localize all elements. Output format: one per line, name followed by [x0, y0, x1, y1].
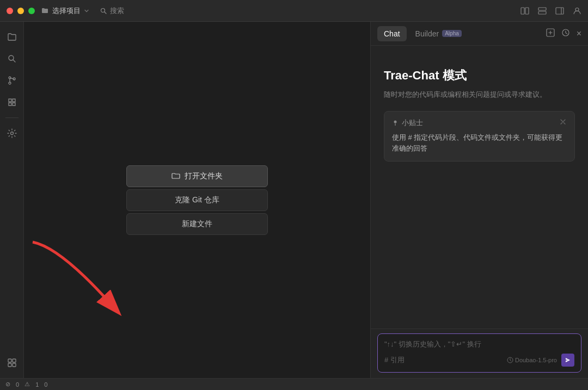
svg-rect-15 [8, 359, 11, 362]
folder-open-icon [171, 172, 180, 181]
svg-point-12 [9, 82, 11, 84]
chat-input-footer: # 引用 Doubao-1.5-pro [384, 354, 574, 367]
project-selector[interactable]: 选择项目 [41, 6, 89, 16]
titlebar-actions [520, 7, 581, 15]
tips-close-button[interactable] [559, 118, 567, 127]
chat-body: Trae-Chat 模式 随时对您的代码库或编程相关问题提问或寻求建议。 小贴士 [371, 46, 588, 329]
statusbar: ⊘ 0 ⚠ 1 0 [0, 378, 588, 390]
svg-point-14 [10, 132, 13, 135]
user-icon[interactable] [573, 7, 581, 15]
svg-point-22 [394, 120, 397, 123]
svg-rect-3 [525, 8, 529, 14]
fullscreen-button[interactable] [28, 8, 35, 14]
chat-input-box: "↑↓" 切换历史输入，"⇧↵" 换行 # 引用 Doubao-1.5-pro [377, 333, 581, 373]
center-buttons: 打开文件夹 克隆 Git 仓库 新建文件 [126, 165, 268, 235]
sidebar-item-settings[interactable] [3, 125, 21, 142]
tab-builder[interactable]: Builder Alpha [409, 26, 468, 41]
sidebar-item-apps[interactable] [3, 354, 21, 372]
folder-small-icon [41, 7, 49, 15]
chat-input-footer-right: Doubao-1.5-pro [507, 354, 574, 367]
tips-content: 使用 # 指定代码片段、代码文件或文件夹，可能获得更准确的回答 [392, 132, 567, 155]
new-file-button[interactable]: 新建文件 [126, 213, 268, 235]
layout-icon[interactable] [538, 7, 547, 15]
search-label: 搜索 [110, 6, 124, 16]
welcome-title: Trae-Chat 模式 [384, 67, 575, 84]
svg-line-1 [105, 12, 106, 14]
status-warn-icon: ⚠ [24, 381, 30, 388]
svg-rect-4 [538, 8, 546, 10]
history-icon[interactable] [561, 28, 570, 39]
tips-title: 小贴士 [392, 118, 423, 128]
chat-header: Chat Builder Alpha [371, 22, 588, 46]
svg-rect-2 [521, 8, 524, 14]
traffic-lights [7, 8, 35, 14]
tips-card-header: 小贴士 [392, 118, 567, 128]
annotation-arrow [16, 231, 136, 318]
sidebar-item-git[interactable] [3, 72, 21, 89]
svg-rect-16 [13, 359, 16, 362]
project-label: 选择项目 [52, 6, 81, 16]
status-error-count: 0 [16, 381, 19, 388]
svg-line-10 [13, 60, 15, 62]
sidebar-item-search[interactable] [3, 50, 21, 67]
chat-input-area: "↑↓" 切换历史输入，"⇧↵" 换行 # 引用 Doubao-1.5-pro [371, 329, 588, 378]
content-area: 打开文件夹 克隆 Git 仓库 新建文件 [24, 22, 370, 378]
tips-card: 小贴士 使用 # 指定代码片段、代码文件或文件夹，可能获得更准确的回答 [384, 111, 575, 162]
svg-rect-5 [538, 11, 546, 14]
svg-rect-18 [13, 363, 16, 367]
clone-git-button[interactable]: 克隆 Git 仓库 [126, 189, 268, 211]
open-folder-button[interactable]: 打开文件夹 [126, 165, 268, 187]
sidebar-divider [5, 117, 19, 118]
main-layout: 打开文件夹 克隆 Git 仓库 新建文件 Chat [0, 22, 588, 378]
status-warn-count: 1 [35, 381, 39, 388]
svg-point-11 [9, 77, 11, 79]
alpha-badge: Alpha [442, 30, 462, 37]
close-button[interactable] [7, 8, 13, 14]
model-badge[interactable]: Doubao-1.5-pro [507, 357, 557, 363]
chat-panel: Chat Builder Alpha [370, 22, 588, 378]
model-icon [507, 357, 513, 363]
search-bar[interactable]: 搜索 [100, 6, 124, 16]
svg-rect-6 [556, 8, 564, 14]
status-info-count: 0 [44, 381, 47, 388]
pin-icon [392, 120, 399, 126]
sidebar-icon[interactable] [555, 7, 564, 15]
search-small-icon [100, 8, 107, 14]
sidebar [0, 22, 24, 378]
chat-header-actions: × [546, 28, 581, 39]
status-error-icon: ⊘ [5, 381, 10, 388]
chat-input-placeholder: "↑↓" 切换历史输入，"⇧↵" 换行 [384, 339, 574, 349]
send-button[interactable] [561, 354, 574, 367]
titlebar: 选择项目 搜索 [0, 0, 588, 22]
svg-point-0 [101, 8, 105, 12]
chevron-down-icon [84, 8, 89, 14]
minimize-button[interactable] [17, 8, 24, 14]
svg-rect-17 [8, 363, 11, 367]
chat-input-ref[interactable]: # 引用 [384, 355, 405, 365]
sidebar-item-explorer[interactable] [3, 28, 21, 46]
tab-chat[interactable]: Chat [377, 26, 407, 41]
welcome-desc: 随时对您的代码库或编程相关问题提问或寻求建议。 [384, 89, 575, 100]
new-chat-icon[interactable] [546, 28, 555, 39]
close-panel-icon[interactable]: × [577, 29, 581, 39]
split-editor-icon[interactable] [520, 7, 529, 15]
sidebar-item-extensions[interactable] [3, 94, 21, 111]
